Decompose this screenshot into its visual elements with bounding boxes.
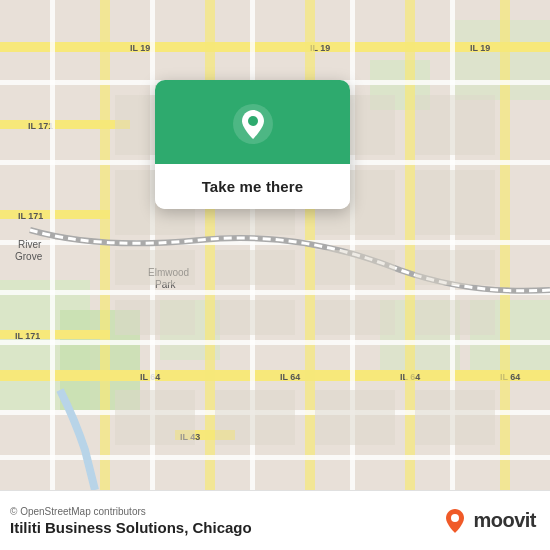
svg-rect-8 — [0, 42, 550, 52]
svg-text:Grove: Grove — [15, 251, 43, 262]
svg-rect-56 — [315, 250, 395, 285]
svg-text:IL 171: IL 171 — [28, 121, 53, 131]
svg-text:IL 171: IL 171 — [18, 211, 43, 221]
svg-rect-61 — [415, 300, 495, 335]
take-me-there-button[interactable]: Take me there — [155, 164, 350, 209]
svg-rect-34 — [0, 340, 550, 345]
bottom-left: © OpenStreetMap contributors Itiliti Bus… — [10, 506, 252, 536]
svg-rect-60 — [315, 300, 395, 335]
svg-rect-59 — [215, 300, 295, 335]
svg-rect-64 — [315, 390, 395, 445]
svg-rect-57 — [415, 250, 495, 285]
svg-text:IL 19: IL 19 — [130, 43, 150, 53]
svg-text:IL 19: IL 19 — [470, 43, 490, 53]
svg-rect-62 — [115, 390, 195, 445]
location-title: Itiliti Business Solutions, Chicago — [10, 519, 252, 536]
svg-rect-55 — [215, 250, 295, 285]
moovit-brand-text: moovit — [473, 509, 536, 532]
svg-rect-33 — [0, 290, 550, 295]
moovit-logo: moovit — [441, 507, 536, 535]
svg-point-68 — [451, 514, 459, 522]
popup-header — [155, 80, 350, 164]
svg-point-67 — [248, 116, 258, 126]
svg-rect-16 — [0, 370, 550, 381]
svg-rect-65 — [415, 390, 495, 445]
popup-card: Take me there — [155, 80, 350, 209]
osm-attribution: © OpenStreetMap contributors — [10, 506, 252, 517]
svg-rect-37 — [50, 0, 55, 490]
svg-text:River: River — [18, 239, 42, 250]
map-background: IL 19 IL 19 IL 19 IL 171 IL 171 IL 64 IL… — [0, 0, 550, 490]
svg-rect-49 — [415, 95, 495, 155]
location-pin-icon — [231, 102, 275, 146]
svg-rect-63 — [215, 390, 295, 445]
svg-rect-12 — [0, 120, 130, 129]
svg-rect-53 — [415, 170, 495, 235]
svg-text:IL 171: IL 171 — [15, 331, 40, 341]
svg-rect-58 — [115, 300, 195, 335]
map-container: IL 19 IL 19 IL 19 IL 171 IL 171 IL 64 IL… — [0, 0, 550, 490]
svg-rect-54 — [115, 250, 195, 285]
bottom-bar: © OpenStreetMap contributors Itiliti Bus… — [0, 490, 550, 550]
moovit-pin-icon — [441, 507, 469, 535]
svg-text:IL 64: IL 64 — [280, 372, 300, 382]
